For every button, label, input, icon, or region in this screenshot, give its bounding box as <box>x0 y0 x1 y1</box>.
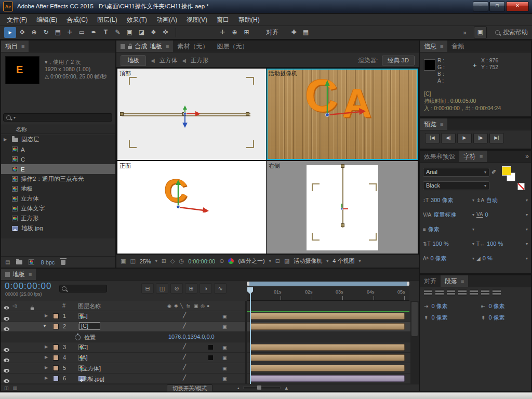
tab-align[interactable]: 对齐 <box>420 275 441 287</box>
tab-layer[interactable]: 图层（无） <box>212 41 252 52</box>
renderer-button[interactable]: 经典 3D <box>382 56 415 65</box>
quality-icon[interactable]: ╱ <box>183 354 186 360</box>
trash-icon[interactable] <box>61 260 65 265</box>
font-size-value[interactable]: 300 像素 <box>431 196 453 204</box>
list-item[interactable]: 立方体 <box>1 194 115 204</box>
twirl-icon[interactable]: ▶ <box>45 376 48 380</box>
justify-last-center-icon[interactable] <box>470 290 478 296</box>
twirl-icon[interactable]: ▶ <box>45 344 48 349</box>
rectangle-tool[interactable]: ▭ <box>76 27 88 38</box>
indent-left-control[interactable]: ⇥ 0 像素 <box>424 302 448 310</box>
layer-name[interactable]: [立方体] <box>81 365 101 373</box>
list-item[interactable]: 地板 <box>1 184 115 194</box>
quality-icon[interactable]: ╱ <box>183 323 186 328</box>
grid-guides-icon[interactable]: ⊞ <box>162 258 166 264</box>
layer-name[interactable]: [C] <box>79 322 100 330</box>
breadcrumb-item[interactable]: 正方形 <box>191 57 209 64</box>
table-row[interactable]: ▶ 6 [地板.jpg] ╱ ▣ <box>1 374 410 384</box>
roto-brush-tool[interactable]: ❖ <box>148 27 159 38</box>
twirl-icon[interactable]: ▶ <box>45 365 48 370</box>
magnification-value[interactable]: 25% <box>140 258 151 264</box>
menu-file[interactable]: 文件(F) <box>2 14 32 26</box>
lock-icon[interactable] <box>31 308 34 310</box>
list-item-selected[interactable]: E <box>1 164 115 174</box>
menu-window[interactable]: 窗口 <box>212 14 234 26</box>
project-search-input[interactable]: ▾ <box>3 113 112 122</box>
camera-tool[interactable]: ▤ <box>52 27 64 38</box>
new-folder-icon[interactable] <box>16 260 22 264</box>
expand-transfer-controls-icon[interactable]: ▥ <box>13 385 18 391</box>
quality-icon[interactable]: ╱ <box>183 364 186 370</box>
list-item[interactable]: A <box>1 144 115 154</box>
leading-value[interactable]: 自动 <box>486 196 498 204</box>
layer-duration-bar[interactable] <box>250 365 405 371</box>
table-row-selected[interactable]: ▼ 2 [C] ╱ ▣ <box>1 322 410 332</box>
align-right-icon[interactable] <box>447 290 455 296</box>
play-button[interactable]: ▶ <box>457 133 472 143</box>
eye-icon[interactable] <box>4 369 9 373</box>
indent-left-value[interactable]: 0 像素 <box>431 302 447 310</box>
chevron-down-icon[interactable]: ▾ <box>526 212 528 217</box>
vertical-scale-value[interactable]: 100 % <box>433 241 449 247</box>
playhead-line[interactable] <box>250 287 251 384</box>
panel-menu-icon[interactable]: ≡ <box>166 43 169 49</box>
first-frame-button[interactable]: |◀ <box>425 133 440 143</box>
list-item[interactable]: C <box>1 154 115 164</box>
list-item[interactable]: 立体文字 <box>1 204 115 214</box>
menu-composition[interactable]: 合成(C) <box>62 14 92 26</box>
chevron-down-icon[interactable]: ▾ <box>526 242 528 246</box>
zoom-in-icon[interactable]: ▴ <box>285 384 288 391</box>
eye-icon[interactable] <box>4 307 9 310</box>
region-of-interest-icon[interactable]: ⊡ <box>275 258 280 264</box>
units-value[interactable]: 像素 <box>428 225 440 233</box>
timeline-zoom-slider[interactable] <box>243 387 281 389</box>
menu-help[interactable]: 帮助(H) <box>234 14 264 26</box>
minimize-button[interactable]: – <box>473 2 488 11</box>
table-row[interactable]: ▶ 4 [A] ╱ ▣ <box>1 353 410 363</box>
baseline-shift-value[interactable]: 0 像素 <box>430 255 446 262</box>
tab-composition[interactable]: 合成 地板 ≡ <box>116 41 173 52</box>
font-family-select[interactable]: Arial ▾ <box>423 168 489 177</box>
3d-switch-icon[interactable]: ▣ <box>222 366 227 371</box>
local-axis-icon[interactable]: ✛ <box>217 27 229 38</box>
fill-color-swatch[interactable] <box>502 166 511 176</box>
space-after-control[interactable]: ⇟ 0 像素 <box>481 314 505 322</box>
panel-menu-icon[interactable]: ≡ <box>440 43 443 49</box>
menu-animation[interactable]: 动画(A) <box>152 14 182 26</box>
panel-menu-icon[interactable]: ≡ <box>461 278 464 284</box>
eye-icon[interactable] <box>4 348 9 352</box>
bit-depth-label[interactable]: 8 bpc <box>41 259 55 265</box>
shy-icon[interactable]: ⊘ <box>170 283 183 294</box>
tab-preview[interactable]: 预览 ≡ <box>420 118 447 130</box>
layer-duration-bar[interactable] <box>250 344 405 351</box>
eye-icon[interactable] <box>4 327 9 331</box>
frame-blend-icon[interactable]: ⊞ <box>185 283 197 294</box>
layer-duration-bar[interactable] <box>250 375 405 382</box>
quality-icon[interactable]: ╱ <box>183 312 186 318</box>
view-front[interactable]: 正面 C <box>117 161 266 254</box>
track-matte-box[interactable] <box>208 344 214 350</box>
3d-switch-icon[interactable]: ▣ <box>222 355 227 361</box>
justify-last-left-icon[interactable] <box>458 290 467 296</box>
justify-all-icon[interactable] <box>493 290 501 296</box>
selection-tool[interactable]: ▸ <box>4 27 16 38</box>
layer-name[interactable]: [E] <box>81 313 87 319</box>
space-before-control[interactable]: ⇞ 0 像素 <box>424 314 448 322</box>
eye-icon[interactable] <box>4 379 9 383</box>
maximize-button[interactable]: □ <box>489 2 505 11</box>
graph-editor-icon[interactable]: ∿ <box>214 283 227 294</box>
chevron-down-icon[interactable]: ▾ <box>472 198 474 203</box>
view-axis-icon[interactable]: ⊞ <box>241 27 252 38</box>
snap-option-icon[interactable]: ✚ <box>288 27 300 38</box>
timeline-scrollbar[interactable] <box>410 301 419 384</box>
breadcrumb-item[interactable]: 地板 <box>121 55 146 66</box>
next-frame-button[interactable]: |▶ <box>473 133 488 143</box>
draft-3d-icon[interactable]: ◫ <box>156 283 168 294</box>
chevron-down-icon[interactable]: ▾ <box>472 256 474 261</box>
eye-icon[interactable] <box>4 358 9 362</box>
rotation-tool[interactable]: ↻ <box>40 27 52 38</box>
table-row[interactable]: ▶ 3 [C] ╱ ▣ <box>1 342 410 353</box>
no-color-swatch[interactable] <box>517 183 525 190</box>
layer-color-swatch[interactable] <box>53 313 59 319</box>
stopwatch-icon[interactable] <box>75 335 81 340</box>
